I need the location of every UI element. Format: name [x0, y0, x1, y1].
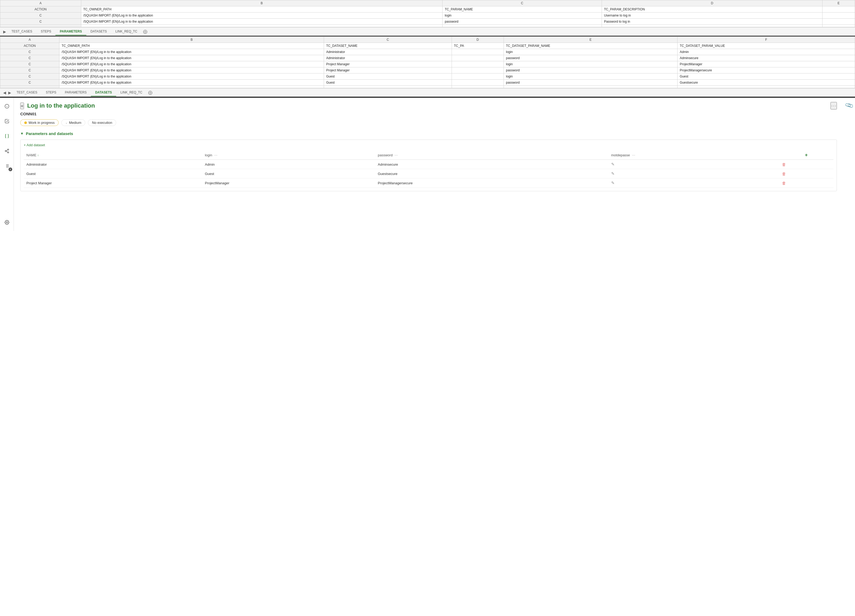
top-spreadsheet: A B C D E ACTION TC_OWNER_PATH TC_PARAM_… [0, 0, 855, 37]
col-header-d: D [602, 0, 822, 6]
cell-owner-path-header2: TC_OWNER_PATH [60, 43, 324, 49]
more-options-button[interactable]: ⋯ [830, 102, 837, 110]
add-dataset-button[interactable]: + Add dataset [24, 143, 45, 147]
dataset-table: NAME ↑ login ⋯ password ⋯ motdepasse ⋯ + [24, 151, 834, 188]
list-badge: 4 [9, 168, 12, 171]
delete-icon-2[interactable]: 🗑 [782, 171, 786, 176]
list-icon[interactable]: 4 [3, 162, 11, 170]
braces-icon[interactable] [3, 132, 11, 141]
parameters-table: A B C D E ACTION TC_OWNER_PATH TC_PARAM_… [0, 0, 855, 27]
cell-delete-2: 🗑 [779, 169, 834, 179]
cell-motdepasse-3: ✎ [608, 179, 779, 188]
datasets-table: A B C D E F ACTION TC_OWNER_PATH TC_DATA… [0, 37, 855, 88]
col-header-add[interactable]: + [779, 151, 834, 160]
cell-param-desc-header: TC_PARAM_DESCRIPTION [602, 6, 822, 12]
share-icon[interactable] [3, 147, 11, 155]
page-title: Log in to the application [27, 102, 830, 109]
delete-icon-3[interactable]: 🗑 [782, 181, 786, 185]
tab-datasets-top[interactable]: DATASETS [86, 28, 111, 35]
table-header-row: NAME ↑ login ⋯ password ⋯ motdepasse ⋯ + [24, 151, 834, 160]
back-button[interactable]: « [20, 102, 24, 109]
right-bar: 📎 [843, 98, 855, 231]
connection-label: CONN01 [20, 112, 837, 116]
cell-owner-path-header: TC_OWNER_PATH [81, 6, 443, 12]
login-dots[interactable]: ⋯ [214, 153, 218, 157]
cell-action-1: C [0, 12, 81, 18]
tab-test-cases-top[interactable]: TEST_CASES [7, 28, 37, 35]
cell-paramdesc-1: Username to log in [602, 12, 822, 18]
execution-badge: No execution [88, 119, 116, 126]
cell-name-2: Guest [24, 169, 202, 179]
priority-arrow-icon: ⌄ [65, 121, 67, 124]
bottom-spreadsheet: A B C D E F ACTION TC_OWNER_PATH TC_DATA… [0, 37, 855, 98]
table-row: C /SQUASH IMPORT (EN)/Log in to the appl… [0, 79, 855, 86]
cell-paramname-1: login [443, 12, 602, 18]
tab-prev-btn[interactable]: ▶ [2, 29, 7, 34]
cell-delete-1: 🗑 [779, 160, 834, 169]
cell-tc-pa-header: TC_PA [452, 43, 504, 49]
cell-motdepasse-2: ✎ [608, 169, 779, 179]
priority-label: Medium [69, 121, 81, 125]
tab-add-top[interactable]: ⨁ [141, 29, 149, 34]
tab-link-req-bottom[interactable]: LINK_REQ_TC [116, 89, 147, 96]
checklist-icon[interactable] [3, 117, 11, 125]
tab-prev-btn-bottom[interactable]: ◀ [2, 90, 7, 95]
col-header-c: C [443, 0, 602, 6]
status-label: Work in progress [29, 121, 55, 125]
table-row: Project Manager ProjectManager ProjectMa… [24, 179, 834, 188]
delete-icon-1[interactable]: 🗑 [782, 162, 786, 167]
sidebar-left: 4 [0, 98, 14, 231]
add-column-icon[interactable]: + [805, 152, 808, 157]
edit-icon-2[interactable]: ✎ [611, 171, 615, 176]
cell-action-header2: ACTION [0, 43, 60, 49]
password-dots[interactable]: ⋯ [395, 153, 398, 157]
priority-badge[interactable]: ⌄ Medium [61, 119, 85, 126]
tab-add-bottom[interactable]: ⨁ [147, 90, 154, 95]
tab-next-btn-bottom[interactable]: ▶ [7, 90, 12, 95]
tab-steps-top[interactable]: STEPS [37, 28, 55, 35]
section-toggle-icon[interactable]: ▼ [20, 131, 24, 136]
svg-point-3 [8, 149, 9, 150]
tab-parameters-bottom[interactable]: PARAMETERS [60, 89, 91, 96]
col-header-name[interactable]: NAME ↑ [24, 151, 202, 160]
table-row: C /SQUASH IMPORT (EN)/Log in to the appl… [0, 73, 855, 79]
cell-login-3: ProjectManager [202, 179, 375, 188]
cell-action-2: C [0, 18, 81, 25]
section-header: ▼ Parameters and datasets [20, 131, 837, 136]
tab-steps-bottom[interactable]: STEPS [41, 89, 60, 96]
paperclip-icon[interactable]: 📎 [844, 101, 854, 110]
table-row [0, 86, 855, 88]
table-row: C /SQUASH IMPORT (EN)/Log in to the appl… [0, 61, 855, 67]
cell-delete-3: 🗑 [779, 179, 834, 188]
col-header-a2: A [0, 37, 60, 43]
cell-password-1: Adminsecure [375, 160, 608, 169]
col-header-a: A [0, 0, 81, 6]
col-header-f2: F [677, 37, 855, 43]
table-row: Guest Guest Guestsecure ✎ 🗑 [24, 169, 834, 179]
svg-line-6 [6, 151, 8, 152]
tab-test-cases-bottom[interactable]: TEST_CASES [12, 89, 41, 96]
execution-label: No execution [92, 121, 112, 125]
edit-icon-1[interactable]: ✎ [611, 162, 615, 167]
svg-point-14 [6, 222, 8, 223]
col-header-login: login ⋯ [202, 151, 375, 160]
table-row: C /SQUASH IMPORT (EN)/Log in to the appl… [0, 67, 855, 73]
cell-motdepasse-1: ✎ [608, 160, 779, 169]
cell-e-2 [823, 18, 855, 25]
cell-password-2: Guestsecure [375, 169, 608, 179]
motdepasse-dots[interactable]: ⋯ [632, 153, 635, 157]
table-row: C /SQUASH IMPORT (EN)/Log in to the appl… [0, 12, 855, 18]
col-header-motdepasse: motdepasse ⋯ [608, 151, 779, 160]
tab-datasets-bottom[interactable]: DATASETS [91, 89, 116, 96]
tab-parameters-top[interactable]: PARAMETERS [55, 28, 86, 35]
col-header-b: B [81, 0, 443, 6]
top-tabs-bar: ▶ TEST_CASES STEPS PARAMETERS DATASETS L… [0, 27, 855, 36]
status-badge[interactable]: Work in progress [20, 119, 58, 126]
info-icon[interactable] [3, 102, 11, 110]
settings-icon[interactable] [3, 218, 11, 227]
cell-dataset-name-header: TC_DATASET_NAME [324, 43, 452, 49]
tab-link-req-top[interactable]: LINK_REQ_TC [111, 28, 141, 35]
svg-point-5 [8, 152, 9, 153]
edit-icon-3[interactable]: ✎ [611, 180, 615, 185]
table-row: C /SQUASH IMPORT (EN)/Log in to the appl… [0, 55, 855, 61]
